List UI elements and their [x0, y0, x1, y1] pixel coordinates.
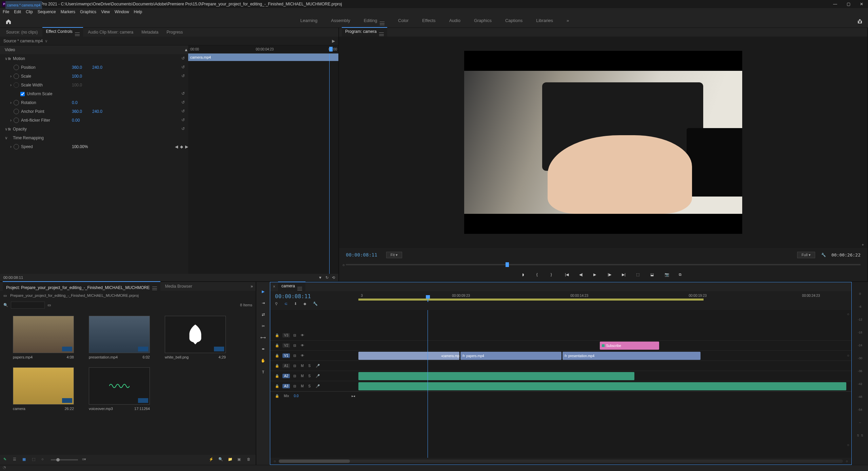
solo-button[interactable]: S: [308, 384, 312, 388]
scale-value[interactable]: 100.0: [72, 74, 92, 79]
workspace-learning[interactable]: Learning: [300, 18, 318, 25]
workspace-assembly[interactable]: Assembly: [331, 18, 350, 25]
tab-audio-clip-mixer[interactable]: Audio Clip Mixer: camera: [84, 28, 137, 36]
stopwatch-icon[interactable]: [14, 118, 19, 123]
mute-button[interactable]: M: [301, 364, 305, 368]
reset-icon[interactable]: ↺: [181, 65, 188, 70]
pen-tool[interactable]: ✒: [260, 346, 267, 352]
project-item[interactable]: papers.mp44:08: [9, 316, 77, 359]
position-x[interactable]: 360.0: [72, 65, 92, 70]
timeremap-label[interactable]: Time Remapping: [13, 136, 64, 140]
playhead-icon[interactable]: [329, 47, 333, 52]
panel-menu-icon[interactable]: [297, 287, 302, 290]
mix-expand-icon[interactable]: ▸◂: [352, 394, 355, 398]
sync-lock-icon[interactable]: ⊟: [293, 384, 297, 388]
go-to-in-icon[interactable]: |◀: [565, 272, 570, 278]
resolution-dropdown[interactable]: Full ▾: [797, 252, 815, 258]
program-scrubber[interactable]: ○: [346, 262, 861, 268]
razor-tool[interactable]: ✂: [260, 323, 267, 329]
panel-menu-icon[interactable]: [379, 33, 384, 36]
flicker-value[interactable]: 0.00: [72, 118, 92, 123]
clip-audio-a2[interactable]: [358, 372, 634, 380]
loop-icon[interactable]: ⟲: [332, 275, 335, 280]
wrench-icon[interactable]: 🔧: [821, 253, 826, 257]
play-icon[interactable]: ▶: [332, 39, 335, 43]
menu-edit[interactable]: Edit: [14, 9, 21, 14]
wrench-icon[interactable]: ↻: [326, 275, 329, 280]
snap-icon[interactable]: ⚲: [275, 302, 280, 306]
wrench-icon[interactable]: 🔧: [313, 302, 318, 306]
new-item-icon[interactable]: ▣: [237, 457, 243, 463]
solo-button[interactable]: S: [308, 374, 312, 378]
zoom-fit-dropdown[interactable]: Fit ▾: [386, 252, 402, 258]
position-y[interactable]: 240.0: [92, 65, 109, 70]
workspace-color[interactable]: Color: [398, 18, 409, 25]
workspace-audio[interactable]: Audio: [449, 18, 460, 25]
step-back-icon[interactable]: ◀|: [579, 272, 585, 278]
workspace-editing[interactable]: Editing: [364, 18, 384, 25]
tab-sequence[interactable]: camera: [278, 282, 305, 292]
menu-clip[interactable]: Clip: [26, 9, 33, 14]
tab-progress[interactable]: Progress: [163, 28, 186, 36]
clip-papers[interactable]: fxpapers.mp4: [460, 352, 561, 360]
type-tool[interactable]: T: [260, 369, 267, 375]
program-timecode[interactable]: 00:00:08:11: [346, 252, 377, 258]
filter-icon[interactable]: ▼: [318, 275, 322, 280]
chevron-icon[interactable]: ∨: [5, 56, 8, 61]
new-bin-icon[interactable]: 📁: [228, 457, 233, 463]
project-item[interactable]: voiceover.mp317:11264: [85, 367, 153, 411]
sync-lock-icon[interactable]: ⊟: [293, 354, 297, 357]
opacity-label[interactable]: Opacity: [13, 127, 64, 131]
clip-camera[interactable]: ▪ camera.mp: [358, 352, 459, 360]
lock-icon[interactable]: 🔒: [275, 354, 279, 357]
program-monitor[interactable]: +: [339, 37, 867, 248]
sync-lock-icon[interactable]: ⊟: [293, 364, 297, 368]
step-forward-icon[interactable]: |▶: [608, 272, 613, 278]
playhead-line[interactable]: [428, 310, 428, 458]
workspace-captions[interactable]: Captions: [505, 18, 522, 25]
search-icon[interactable]: 🔍: [3, 303, 8, 307]
comparison-icon[interactable]: ⧉: [679, 272, 684, 278]
overflow-icon[interactable]: »: [251, 284, 253, 289]
record-icon[interactable]: 🎤: [316, 364, 320, 368]
fx-timecode[interactable]: 00:00:08:11: [3, 275, 23, 280]
selection-tool[interactable]: ▶: [260, 288, 267, 295]
zoom-slider[interactable]: [51, 459, 78, 460]
playhead-icon[interactable]: [506, 262, 509, 267]
lock-icon[interactable]: 🔒: [275, 364, 279, 368]
clip-subscribe[interactable]: Subscribe: [600, 342, 659, 350]
stopwatch-icon[interactable]: [14, 144, 19, 149]
reset-icon[interactable]: ↺: [181, 100, 188, 105]
list-view-icon[interactable]: ☰: [13, 457, 18, 463]
menu-help[interactable]: Help: [134, 9, 142, 14]
motion-label[interactable]: Motion: [13, 56, 64, 61]
freeform-view-icon[interactable]: ⬚: [32, 457, 37, 463]
lift-icon[interactable]: ⬚: [636, 272, 642, 278]
panel-menu-icon[interactable]: [152, 287, 157, 290]
project-item[interactable]: presentation.mp46:02: [85, 316, 153, 359]
reset-icon[interactable]: ↺: [181, 118, 188, 123]
rotation-value[interactable]: 0.0: [72, 100, 92, 105]
menu-file[interactable]: File: [3, 9, 9, 14]
tab-media-browser[interactable]: Media Browser: [162, 283, 196, 290]
project-item[interactable]: white_bell.png4;29: [161, 316, 229, 359]
project-item[interactable]: camera26:22: [9, 367, 77, 411]
mute-button[interactable]: M: [301, 384, 305, 388]
track-options-icon[interactable]: ○: [847, 353, 849, 357]
clip-audio-a3[interactable]: [358, 382, 846, 390]
anchor-x[interactable]: 360.0: [72, 109, 92, 114]
track-v1[interactable]: V1: [282, 353, 290, 358]
track-v2[interactable]: V2: [282, 343, 290, 348]
menu-view[interactable]: View: [101, 9, 110, 14]
track-options-icon[interactable]: ○: [847, 443, 849, 447]
mark-in-icon[interactable]: ◗: [522, 272, 528, 278]
minimize-button[interactable]: —: [833, 2, 837, 6]
track-a1[interactable]: A1: [282, 364, 290, 368]
chevron-icon[interactable]: ›: [10, 118, 14, 123]
chevron-icon[interactable]: ›: [10, 144, 14, 149]
solo-button[interactable]: S: [308, 364, 312, 368]
menu-window[interactable]: Window: [115, 9, 129, 14]
mute-button[interactable]: M: [301, 374, 305, 378]
menu-markers[interactable]: Markers: [61, 9, 75, 14]
icon-view-icon[interactable]: ▦: [22, 457, 28, 463]
